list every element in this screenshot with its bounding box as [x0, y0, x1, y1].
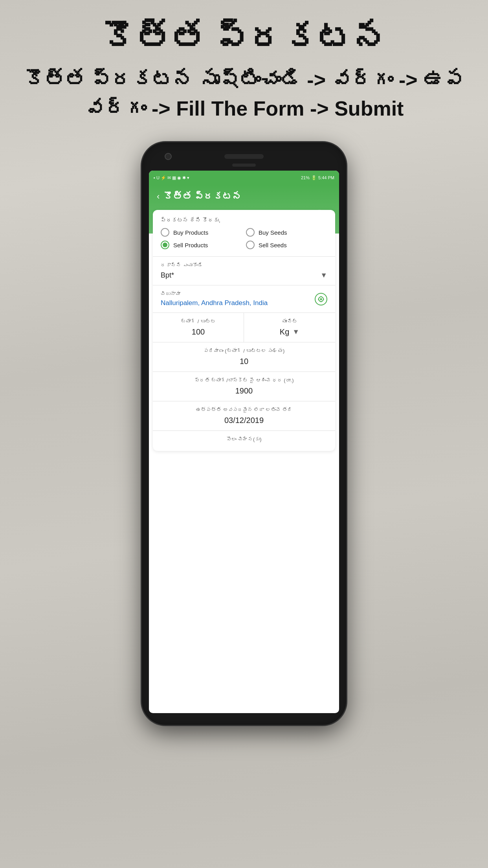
- date-label: ఉత్పత్తి అవసరమైన లేదా లభించే తేది: [161, 407, 327, 413]
- date-value[interactable]: 03/12/2019: [161, 416, 327, 425]
- last-section-label: పొలం చిహ్న(కు): [161, 436, 327, 442]
- category-dropdown[interactable]: Bpt* ▼: [161, 271, 327, 280]
- radio-label-buy-products: Buy Products: [173, 229, 208, 236]
- date-section: ఉత్పత్తి అవసరమైన లేదా లభించే తేది 03/12/…: [153, 401, 335, 431]
- header-top: ‹ కొత్త ప్రకటన: [157, 191, 331, 202]
- radio-sell-products[interactable]: Sell Products: [161, 241, 242, 249]
- phone-camera: [165, 153, 172, 160]
- radio-buy-products[interactable]: Buy Products: [161, 228, 242, 237]
- unit-dropdown[interactable]: Kg ▼: [252, 327, 327, 337]
- bag-cell: బ్యాగ్ / బుట్ట 100: [153, 313, 244, 342]
- category-label: రకాన్ని ఎంచుకోండి: [161, 262, 327, 268]
- phone-speaker: [224, 154, 264, 159]
- unit-cell: యూనిట్ Kg ▼: [244, 313, 335, 342]
- instruction-area: కొత్త ప్రకటన కొత్త ప్రకటన సృష్టించండి ->…: [0, 0, 488, 134]
- unit-value: Kg: [280, 327, 289, 337]
- purpose-label: ప్రకటన దేని కొరకు,: [161, 217, 327, 223]
- phone-home-button[interactable]: [232, 164, 256, 167]
- radio-circle-buy-products[interactable]: [161, 228, 169, 237]
- category-section: రకాన్ని ఎంచుకోండి Bpt* ▼: [153, 257, 335, 285]
- back-button[interactable]: ‹: [157, 191, 160, 202]
- phone-top-bar: [149, 154, 339, 159]
- battery-icon: 🔋: [311, 175, 317, 180]
- radio-circle-sell-products[interactable]: [161, 241, 169, 249]
- status-right: 21% 🔋 5:44 PM: [301, 175, 334, 180]
- main-title: కొత్త ప్రకటన: [24, 20, 464, 58]
- header-title: కొత్త ప్రకటన: [163, 191, 242, 202]
- address-label: చిరునామా: [161, 291, 268, 297]
- price-value[interactable]: 1900: [161, 386, 327, 395]
- address-content: చిరునామా Nalluripalem, Andhra Pradesh, I…: [161, 291, 268, 307]
- quantity-label: పరిమాణం (బ్యాగ్ / బుట్టల సంఖ్య): [161, 348, 327, 354]
- phone-device: ▪ U ⚡ ✉ ▦ ◉ ✱ ▾ 21% 🔋 5:44 PM ‹ కొత్త ప్…: [142, 142, 346, 725]
- radio-circle-sell-seeds[interactable]: [246, 241, 255, 249]
- quantity-section: పరిమాణం (బ్యాగ్ / బుట్టల సంఖ్య) 10: [153, 342, 335, 372]
- address-value: Nalluripalem, Andhra Pradesh, India: [161, 299, 268, 307]
- radio-grid: Buy Products Buy Seeds Sell Products: [161, 228, 327, 249]
- radio-inner-sell-products: [163, 243, 167, 247]
- price-section: ప్రతి బ్యాగ్/బాస్కెట్ పై ఆశించే ధర (రూ.)…: [153, 372, 335, 401]
- form-container: ప్రకటన దేని కొరకు, Buy Products Buy Seed…: [153, 210, 335, 451]
- radio-label-buy-seeds: Buy Seeds: [259, 229, 287, 236]
- bag-label: బ్యాగ్ / బుట్ట: [161, 318, 236, 324]
- radio-label-sell-seeds: Sell Seeds: [259, 242, 287, 248]
- quantity-value[interactable]: 10: [161, 357, 327, 366]
- radio-circle-buy-seeds[interactable]: [246, 228, 255, 237]
- status-left: ▪ U ⚡ ✉ ▦ ◉ ✱ ▾: [154, 175, 189, 180]
- svg-point-4: [320, 298, 322, 300]
- address-section: చిరునామా Nalluripalem, Andhra Pradesh, I…: [153, 285, 335, 313]
- bag-value[interactable]: 100: [161, 327, 236, 337]
- bag-unit-section: బ్యాగ్ / బుట్ట 100 యూనిట్ Kg ▼: [153, 313, 335, 342]
- phone-screen: ▪ U ⚡ ✉ ▦ ◉ ✱ ▾ 21% 🔋 5:44 PM ‹ కొత్త ప్…: [149, 171, 339, 713]
- category-value: Bpt*: [161, 271, 174, 280]
- radio-sell-seeds[interactable]: Sell Seeds: [246, 241, 327, 249]
- purpose-section: ప్రకటన దేని కొరకు, Buy Products Buy Seed…: [153, 210, 335, 257]
- last-section: పొలం చిహ్న(కు): [153, 431, 335, 451]
- status-bar: ▪ U ⚡ ✉ ▦ ◉ ✱ ▾ 21% 🔋 5:44 PM: [149, 171, 339, 185]
- unit-label: యూనిట్: [252, 318, 327, 324]
- radio-label-sell-products: Sell Products: [173, 242, 208, 248]
- price-label: ప్రతి బ్యాగ్/బాస్కెట్ పై ఆశించే ధర (రూ.): [161, 377, 327, 383]
- battery-percent: 21%: [301, 175, 310, 180]
- status-icons: ▪ U ⚡ ✉ ▦ ◉ ✱ ▾: [154, 175, 189, 180]
- subtitle: కొత్త ప్రకటన సృష్టించండి -> వర్గం -> ఉప …: [24, 66, 464, 123]
- time-display: 5:44 PM: [318, 175, 334, 180]
- location-icon[interactable]: [315, 293, 327, 305]
- phone-wrapper: ▪ U ⚡ ✉ ▦ ◉ ✱ ▾ 21% 🔋 5:44 PM ‹ కొత్త ప్…: [0, 142, 488, 725]
- unit-dropdown-arrow: ▼: [292, 328, 299, 336]
- radio-buy-seeds[interactable]: Buy Seeds: [246, 228, 327, 237]
- category-dropdown-arrow: ▼: [320, 271, 327, 280]
